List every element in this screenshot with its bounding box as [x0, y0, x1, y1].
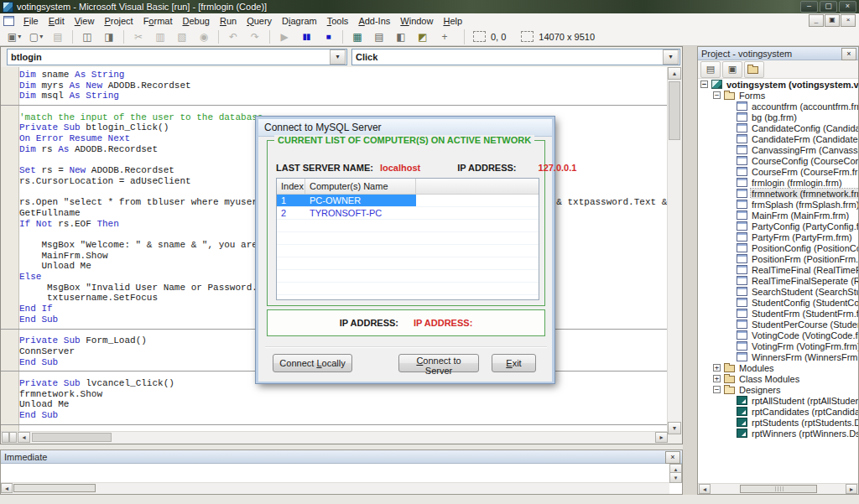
- paste-button[interactable]: ▧: [171, 29, 193, 45]
- close-icon[interactable]: ×: [841, 48, 856, 60]
- menu-run[interactable]: Run: [215, 15, 242, 27]
- tree-item[interactable]: VotingCode (VotingCode.frm): [698, 330, 858, 340]
- expander-minus-icon[interactable]: −: [713, 386, 721, 393]
- minimize-button[interactable]: –: [800, 1, 818, 13]
- tree-item[interactable]: RealTimeFinalSeperate (RealTimeFinalSepe…: [698, 275, 858, 286]
- tree-item[interactable]: accountfrm (accountfrm.frm): [698, 101, 858, 112]
- tree-item[interactable]: PositionConfig (PositionConfig.frm): [698, 242, 858, 253]
- immediate-horizontal-scrollbar[interactable]: ◂: [1, 482, 669, 494]
- scroll-up-icon[interactable]: ▴: [668, 67, 681, 80]
- toolbox-button[interactable]: +: [434, 29, 456, 45]
- list-row[interactable]: 2TYRONSOFT-PC: [277, 207, 539, 220]
- full-module-view-button[interactable]: [9, 432, 17, 443]
- project-horizontal-scrollbar[interactable]: ◂ ▸: [698, 483, 858, 494]
- cut-button[interactable]: ✂: [128, 29, 149, 45]
- expander-minus-icon[interactable]: −: [713, 91, 721, 99]
- mdi-child-icon[interactable]: [3, 16, 14, 26]
- tree-item[interactable]: −Designers: [698, 384, 858, 395]
- connect-locally-button[interactable]: Connect Locally: [273, 354, 352, 372]
- immediate-titlebar[interactable]: Immediate ×: [1, 450, 682, 464]
- tree-item[interactable]: StudentPerCourse (StudentPerCourse.frm): [698, 319, 858, 330]
- computer-listview[interactable]: Index Computer(s) Name 1PC-OWNER2TYRONSO…: [276, 178, 539, 300]
- tree-item[interactable]: PositionFrm (PositionFrm.frm): [698, 253, 858, 264]
- tree-item[interactable]: +Modules: [698, 362, 858, 373]
- project-explorer-titlebar[interactable]: Project - votingsystem ×: [698, 47, 858, 60]
- tree-item[interactable]: StudentConfig (StudentConfig.frm): [698, 297, 858, 308]
- list-row[interactable]: [277, 232, 539, 245]
- tree-item[interactable]: −Forms: [698, 90, 858, 101]
- menu-diagram[interactable]: Diagram: [277, 15, 322, 27]
- tree-item[interactable]: frmSplash (frmSplash.frm): [698, 199, 858, 210]
- scroll-left-icon[interactable]: ◂: [699, 484, 711, 494]
- list-row[interactable]: [277, 220, 539, 232]
- find-button[interactable]: ◉: [193, 29, 215, 45]
- save-project-button[interactable]: ◨: [98, 29, 120, 45]
- redo-button[interactable]: ↷: [244, 29, 266, 45]
- tree-item[interactable]: frmnetwork (frmnetwork.frm): [698, 188, 858, 199]
- object-browser-button[interactable]: ◩: [412, 29, 434, 45]
- project-explorer-button[interactable]: ▦: [346, 29, 368, 45]
- tree-item[interactable]: CourseConfig (CourseConfig.frm): [698, 155, 858, 166]
- chevron-down-icon[interactable]: ▾: [663, 49, 679, 65]
- mdi-restore-button[interactable]: ▣: [825, 14, 840, 27]
- exit-button[interactable]: Exit: [492, 354, 536, 372]
- scroll-left-icon[interactable]: ◂: [1, 483, 13, 493]
- open-project-button[interactable]: ◫: [76, 29, 98, 45]
- break-button[interactable]: ▮▮: [295, 29, 317, 45]
- mdi-close-button[interactable]: ×: [841, 14, 856, 27]
- menu-window[interactable]: Window: [395, 15, 438, 27]
- list-row[interactable]: [277, 245, 539, 257]
- close-icon[interactable]: ×: [665, 451, 680, 464]
- scrollbar-thumb[interactable]: [13, 484, 96, 492]
- expander-minus-icon[interactable]: −: [700, 81, 708, 88]
- tree-item[interactable]: RealTimeFinal (RealTimeFinal.frm): [698, 264, 858, 275]
- column-header-index[interactable]: Index: [277, 179, 305, 194]
- menu-editor-button[interactable]: ▤: [47, 29, 69, 45]
- toggle-folders-button[interactable]: [744, 61, 764, 78]
- menu-view[interactable]: View: [70, 15, 100, 27]
- maximize-button[interactable]: ▢: [820, 1, 837, 13]
- menu-file[interactable]: File: [18, 15, 44, 27]
- list-row[interactable]: 1PC-OWNER: [277, 195, 539, 207]
- code-horizontal-scrollbar[interactable]: ◂ ▸: [1, 431, 668, 443]
- menu-format[interactable]: Format: [138, 15, 178, 27]
- view-code-button[interactable]: ▤: [700, 61, 721, 78]
- tree-item[interactable]: CandidateFrm (CandidateFrm.frm): [698, 133, 858, 144]
- event-dropdown[interactable]: Click ▾: [351, 49, 680, 65]
- immediate-vertical-scrollbar[interactable]: ▴ ▾: [669, 464, 682, 483]
- tree-item[interactable]: rptStudents (rptStudents.Dsr): [698, 417, 858, 428]
- tree-item[interactable]: rptAllStudent (rptAllStudent.Dsr): [698, 395, 858, 406]
- chevron-down-icon[interactable]: ▾: [330, 49, 346, 65]
- code-vertical-scrollbar[interactable]: ▴ ▾: [667, 67, 681, 434]
- tree-item[interactable]: CanvassingFrm (CanvassingFrm.frm): [698, 144, 858, 155]
- menu-debug[interactable]: Debug: [177, 15, 214, 27]
- menu-addins[interactable]: Add-Ins: [353, 15, 395, 27]
- form-layout-button[interactable]: ◧: [390, 29, 412, 45]
- tree-item[interactable]: +Class Modules: [698, 373, 858, 384]
- connect-to-server-button[interactable]: Connect to Server: [398, 354, 479, 372]
- tree-item[interactable]: CourseFrm (CourseFrm.frm): [698, 166, 858, 177]
- dropdown-caret-icon[interactable]: ▾: [39, 33, 43, 40]
- scrollbar-thumb[interactable]: [32, 433, 112, 442]
- menu-query[interactable]: Query: [242, 15, 277, 27]
- scrollbar-thumb[interactable]: [740, 485, 817, 493]
- menu-edit[interactable]: Edit: [44, 15, 70, 27]
- scroll-down-icon[interactable]: ▾: [668, 422, 681, 434]
- tree-item[interactable]: −votingsystem (votingsystem.vbp): [698, 79, 858, 90]
- mdi-minimize-button[interactable]: _: [809, 14, 824, 27]
- dropdown-caret-icon[interactable]: ▾: [18, 33, 21, 40]
- undo-button[interactable]: ↶: [222, 29, 244, 45]
- start-button[interactable]: ▶: [273, 29, 295, 45]
- menu-help[interactable]: Help: [438, 15, 467, 27]
- object-dropdown[interactable]: btlogin ▾: [7, 49, 347, 65]
- tree-item[interactable]: SearchStudent (SearchStudent.frm): [698, 286, 858, 297]
- end-button[interactable]: ■: [317, 29, 339, 45]
- expander-plus-icon[interactable]: +: [713, 364, 721, 372]
- tree-item[interactable]: rptCandidates (rptCandidate.Dsr): [698, 406, 858, 417]
- list-row[interactable]: [277, 283, 539, 295]
- scroll-left-icon[interactable]: ◂: [18, 432, 30, 443]
- tree-item[interactable]: PartyConfig (PartyConfig.frm): [698, 221, 858, 231]
- tree-item[interactable]: frmlogin (frmlogin.frm): [698, 177, 858, 188]
- scroll-down-icon[interactable]: ▾: [669, 472, 682, 483]
- add-project-button[interactable]: ▣▾: [3, 29, 25, 45]
